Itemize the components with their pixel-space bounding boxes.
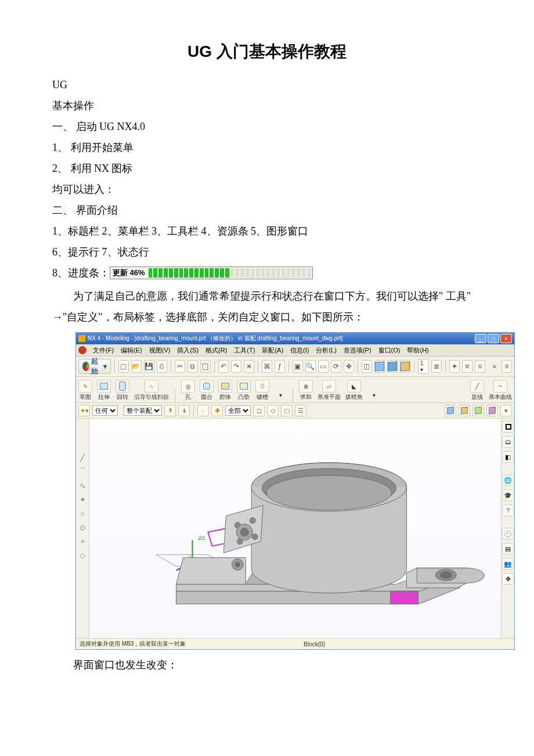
open-icon[interactable]: 📂 [131, 360, 142, 373]
menu-tools[interactable]: 工具(T) [231, 346, 258, 355]
lt-arc-icon[interactable]: ⌒ [78, 467, 86, 476]
menu-edit[interactable]: 编辑(E) [118, 346, 145, 355]
lt-plus-icon[interactable]: ＋ [78, 537, 86, 545]
menu-file[interactable]: 文件(F) [90, 346, 117, 355]
tool-overflow1[interactable]: ▾ [274, 389, 287, 402]
tool-pocket[interactable]: 腔体 [218, 380, 232, 402]
lt-circle-icon[interactable]: ○ [78, 509, 86, 517]
menu-assembly[interactable]: 装配(A) [259, 346, 286, 355]
tool-line[interactable]: ╱直线 [470, 380, 484, 402]
zoom-area-icon[interactable]: ▭ [318, 360, 329, 373]
tool-sketch[interactable]: ✎草图 [78, 380, 92, 402]
layers-icon[interactable]: ≣ [431, 360, 442, 373]
menu-toggle-icon[interactable]: ≡ [501, 360, 512, 373]
tool-hole[interactable]: ◎孔 [181, 380, 195, 402]
rb-system-icon[interactable]: ▤ [502, 543, 514, 555]
rb-help-icon[interactable]: ? [502, 505, 514, 516]
minimize-button[interactable]: _ [475, 334, 486, 343]
tool-extrude[interactable]: 拉伸 [97, 380, 111, 402]
wcs2-icon[interactable]: ⤧ [462, 360, 472, 373]
asm-cube3-icon[interactable] [472, 405, 484, 416]
wcs-icon[interactable]: ✦ [449, 360, 460, 373]
rb-internet-icon[interactable]: 🌐 [502, 474, 514, 486]
toolbar-overflow-icon[interactable]: » [490, 361, 499, 372]
tool-sweep[interactable]: ∿沿导引线扫掠 [134, 380, 169, 402]
zoom-icon[interactable]: 🔍 [305, 360, 316, 373]
filter-assembly-select[interactable]: 整个装配 [124, 405, 162, 416]
menu-view[interactable]: 视图(V) [146, 346, 174, 355]
print-icon[interactable]: ⎙ [157, 360, 167, 373]
sel-down-icon[interactable]: ↡ [178, 405, 190, 416]
fit-icon[interactable]: ▣ [293, 360, 303, 373]
tool-overflow2[interactable]: ▾ [367, 389, 380, 402]
rb-part-nav-icon[interactable]: 🗂 [502, 436, 514, 448]
rb-constraint-nav-icon[interactable]: ◧ [502, 451, 514, 463]
rb-history-icon[interactable]: 🕘 [502, 528, 514, 539]
paste-icon[interactable]: 📋 [200, 360, 211, 373]
asm-cube4-icon[interactable] [486, 405, 498, 416]
new-icon[interactable]: ▢ [118, 360, 129, 373]
redo-icon[interactable]: ↷ [231, 360, 241, 373]
wcs3-icon[interactable]: ⤬ [475, 360, 485, 373]
wireframe-icon[interactable]: ◫ [362, 360, 372, 373]
tool-boss[interactable]: 圆台 [200, 380, 214, 402]
menu-help[interactable]: 帮助(H) [404, 346, 431, 355]
tool-unite[interactable]: ⊕求和 [299, 380, 313, 402]
pan-icon[interactable]: ✥ [344, 360, 354, 373]
delete-icon[interactable]: ✕ [244, 360, 254, 373]
cut-icon[interactable]: ✂ [175, 360, 185, 373]
undo-icon[interactable]: ↶ [218, 360, 229, 373]
layer-1-label[interactable]: 1 ▾ [418, 359, 429, 374]
start-swirl-icon [82, 362, 89, 371]
tool-datumplane[interactable]: ▱基准平面 [317, 380, 341, 402]
sel-face-icon[interactable]: ✚ [211, 405, 223, 416]
rb-assembly-nav-icon[interactable]: 🞐 [502, 421, 514, 433]
save-icon[interactable]: 💾 [144, 360, 154, 373]
viewcube-icon[interactable] [400, 360, 410, 373]
lt-line-icon[interactable]: ╱ [78, 453, 86, 462]
menu-info[interactable]: 信息(I) [287, 346, 312, 355]
sel-misc2-icon[interactable]: ◇ [267, 405, 279, 416]
para-h2: 二、 界面介绍 [52, 200, 482, 221]
cmd-icon[interactable]: ⌘ [262, 360, 272, 373]
asm-overflow-icon[interactable]: ▾ [500, 405, 512, 416]
menu-prefs[interactable]: 首选项(P) [341, 346, 374, 355]
tool-slot[interactable]: ⬯键槽 [255, 380, 269, 402]
menu-window[interactable]: 窗口(O) [376, 346, 403, 355]
titlebar-text: NX 4 - Modeling - [drafting_bearing_moun… [88, 334, 475, 343]
sel-misc4-icon[interactable]: ☰ [295, 405, 306, 416]
menu-insert[interactable]: 插入(S) [174, 346, 201, 355]
rotate-icon[interactable]: ⟳ [331, 360, 341, 373]
sel-pt-icon[interactable]: · [197, 405, 209, 416]
asm-cube1-icon[interactable] [445, 405, 456, 416]
tool-draft[interactable]: ◣拔模角 [345, 380, 363, 402]
sel-misc3-icon[interactable]: ▢ [281, 405, 293, 416]
shaded2-icon[interactable] [387, 360, 398, 373]
asm-cube2-icon[interactable] [459, 405, 470, 416]
rb-teamcenter-icon[interactable]: 🎓 [502, 489, 514, 501]
lt-spline-icon[interactable]: ∿ [78, 481, 86, 489]
menu-format[interactable]: 格式(R) [203, 346, 230, 355]
rb-drag-icon[interactable]: ✥ [502, 573, 514, 585]
shaded-icon[interactable] [374, 360, 385, 373]
filter-any-select[interactable]: 任何 [92, 405, 118, 416]
filter-all-select[interactable]: 全部 [225, 405, 251, 416]
expr-icon[interactable]: ƒ [275, 360, 285, 373]
lt-point-icon[interactable]: ✦ [78, 495, 86, 503]
sel-up-icon[interactable]: ↟ [164, 405, 176, 416]
lt-dotcircle-icon[interactable]: ⊙ [78, 523, 86, 531]
tool-revolve[interactable]: 回转 [116, 380, 129, 402]
rb-roles-icon[interactable]: 👥 [502, 558, 514, 570]
maximize-button[interactable]: □ [488, 334, 499, 343]
start-button[interactable]: 起始 ▾ [78, 359, 111, 374]
close-button[interactable]: × [500, 334, 512, 343]
menu-analyze[interactable]: 分析(L) [313, 346, 339, 355]
tool-basiccurves[interactable]: ~基本曲线 [489, 380, 512, 402]
lt-diamond-icon[interactable]: ◇ [78, 551, 86, 559]
copy-icon[interactable]: ⧉ [187, 360, 198, 373]
tool-pad[interactable]: 凸垫 [237, 380, 251, 402]
sel-misc1-icon[interactable]: ◻ [253, 405, 265, 416]
selection-intent-icon[interactable]: ✦▾ [78, 405, 90, 416]
graphics-viewport[interactable]: ZC [89, 419, 501, 638]
titlebar[interactable]: NX 4 - Modeling - [drafting_bearing_moun… [76, 333, 514, 344]
